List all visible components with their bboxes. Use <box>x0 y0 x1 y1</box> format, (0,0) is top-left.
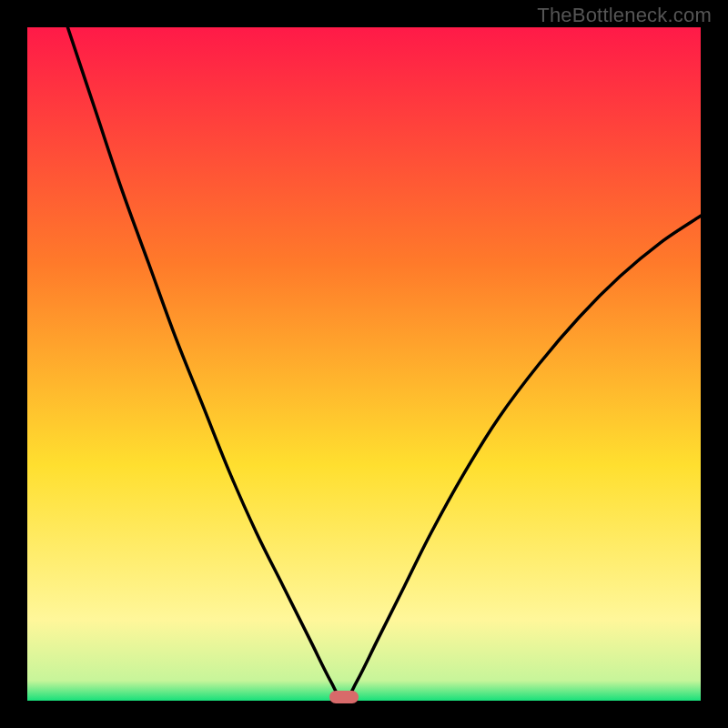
bottleneck-curve-plot <box>27 27 701 701</box>
gradient-background <box>27 27 701 701</box>
chart-frame: TheBottleneck.com <box>0 0 728 728</box>
source-watermark: TheBottleneck.com <box>537 4 712 27</box>
plot-area <box>27 27 701 701</box>
optimum-marker <box>329 691 359 703</box>
